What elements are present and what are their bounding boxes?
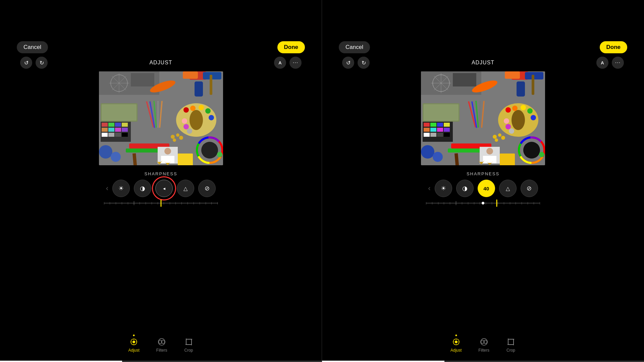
nav-filters-right[interactable]: Filters xyxy=(478,337,489,353)
done-button-left[interactable]: Done xyxy=(277,41,305,53)
svg-rect-7 xyxy=(131,73,154,86)
slider-left[interactable] xyxy=(104,199,218,207)
nav-adjust-left[interactable]: Adjust xyxy=(128,337,139,353)
svg-rect-159 xyxy=(508,339,514,345)
svg-point-138 xyxy=(433,152,443,162)
adj-noise-left[interactable]: △ xyxy=(177,180,194,197)
progress-bar-right xyxy=(322,361,644,362)
undo-icon: ↺ xyxy=(24,60,29,66)
toolbar-right: ↺ ↻ ADJUST A ··· xyxy=(322,57,644,69)
svg-rect-118 xyxy=(444,128,450,132)
nav-dot-adjust-left xyxy=(133,335,135,336)
cancel-button-right[interactable]: Cancel xyxy=(339,41,370,53)
sharpness-label-right: SHARPNESS xyxy=(467,171,499,176)
svg-point-16 xyxy=(183,107,189,113)
more-button-right[interactable]: ··· xyxy=(612,57,624,69)
left-chevron-left: ‹ xyxy=(106,184,108,193)
done-button-right[interactable]: Done xyxy=(600,41,628,53)
slider-right[interactable] xyxy=(426,199,540,207)
progress-fill-right xyxy=(322,361,444,362)
more-button-left[interactable]: ··· xyxy=(289,57,302,69)
svg-rect-13 xyxy=(210,75,212,95)
svg-rect-122 xyxy=(444,133,450,137)
noise-icon-left: △ xyxy=(183,185,187,192)
sharpness-label-left: SHARPNESS xyxy=(144,171,177,176)
svg-point-143 xyxy=(495,138,498,142)
vignette-icon-left: ⊘ xyxy=(205,185,210,192)
svg-point-23 xyxy=(182,118,187,124)
svg-point-60 xyxy=(176,133,179,137)
svg-point-100 xyxy=(527,108,533,114)
adj-vignette-left[interactable]: ⊘ xyxy=(198,180,216,197)
contrast-icon-left: ◑ xyxy=(140,185,145,192)
undo-button-right[interactable]: ↺ xyxy=(342,57,354,69)
auto-button-left[interactable]: A xyxy=(274,57,286,69)
nav-adjust-right[interactable]: Adjust xyxy=(450,337,462,353)
svg-point-20 xyxy=(209,115,214,120)
svg-rect-147 xyxy=(500,154,515,165)
svg-point-48 xyxy=(201,142,218,159)
toolbar-label-left: ADJUST xyxy=(149,60,172,66)
adjust-icon-right xyxy=(451,337,461,347)
svg-point-129 xyxy=(523,142,540,159)
nav-crop-right[interactable]: Crop xyxy=(506,337,516,353)
progress-bar-left xyxy=(0,361,322,362)
contrast-icon-right: ◑ xyxy=(462,185,468,192)
svg-rect-93 xyxy=(517,81,525,97)
bottom-nav-left: Adjust Filters Crop xyxy=(0,337,322,355)
svg-rect-113 xyxy=(437,123,443,127)
svg-rect-55 xyxy=(161,156,174,163)
svg-point-142 xyxy=(501,136,505,140)
nav-filters-label-left: Filters xyxy=(156,348,167,353)
svg-rect-32 xyxy=(115,123,121,127)
svg-point-59 xyxy=(171,135,175,139)
adj-controls-right: ‹ ☀ ◑ 40 △ ⊘ xyxy=(428,180,538,197)
adj-sharpness-right[interactable]: 40 xyxy=(478,180,495,197)
toolbar-left: ↺ ↻ ADJUST A ··· xyxy=(0,57,322,69)
exposure-icon-left: ☀ xyxy=(118,185,124,192)
nav-filters-label-right: Filters xyxy=(478,348,489,353)
photo-right xyxy=(421,71,545,165)
svg-rect-41 xyxy=(122,133,128,137)
adj-contrast-left[interactable]: ◑ xyxy=(134,180,151,197)
svg-rect-115 xyxy=(424,128,430,132)
nav-filters-left[interactable]: Filters xyxy=(156,337,167,353)
adj-vignette-right[interactable]: ⊘ xyxy=(521,180,538,197)
left-chevron-right: ‹ xyxy=(428,184,430,193)
svg-point-103 xyxy=(509,128,514,134)
adj-contrast-right[interactable]: ◑ xyxy=(456,180,474,197)
svg-point-104 xyxy=(504,118,509,124)
nav-crop-left[interactable]: Crop xyxy=(184,337,194,353)
filters-icon-right xyxy=(479,337,489,347)
cancel-button-left[interactable]: Cancel xyxy=(17,41,48,53)
slider-thumb-left xyxy=(160,199,161,207)
svg-point-102 xyxy=(505,124,511,129)
svg-point-72 xyxy=(132,341,135,343)
adjust-icon-left xyxy=(129,337,139,347)
adj-exposure-left[interactable]: ☀ xyxy=(112,180,130,197)
adj-noise-right[interactable]: △ xyxy=(499,180,517,197)
svg-rect-34 xyxy=(102,128,108,132)
svg-point-140 xyxy=(493,135,497,139)
undo-button-left[interactable]: ↺ xyxy=(20,57,32,69)
redo-button-right[interactable]: ↻ xyxy=(358,57,370,69)
svg-rect-40 xyxy=(115,133,121,137)
adj-sharpness-left[interactable]: ◂ xyxy=(155,180,173,197)
art-photo-left xyxy=(99,71,223,165)
slider-thumb-right xyxy=(496,199,497,207)
auto-icon: A xyxy=(278,60,281,65)
svg-point-154 xyxy=(481,339,487,345)
redo-button-left[interactable]: ↻ xyxy=(36,57,48,69)
more-icon-right: ··· xyxy=(615,60,621,66)
adj-controls-left: ‹ ☀ ◑ ◂ △ ⊘ xyxy=(106,180,216,197)
top-bar-left: Cancel Done xyxy=(0,35,322,57)
svg-point-99 xyxy=(521,105,526,110)
svg-rect-27 xyxy=(157,101,159,128)
svg-rect-94 xyxy=(532,75,534,95)
undo-icon-right: ↺ xyxy=(346,60,351,66)
svg-rect-120 xyxy=(430,133,436,137)
svg-point-73 xyxy=(158,339,165,345)
auto-button-right[interactable]: A xyxy=(596,57,608,69)
svg-point-22 xyxy=(187,128,192,134)
adj-exposure-right[interactable]: ☀ xyxy=(435,180,452,197)
